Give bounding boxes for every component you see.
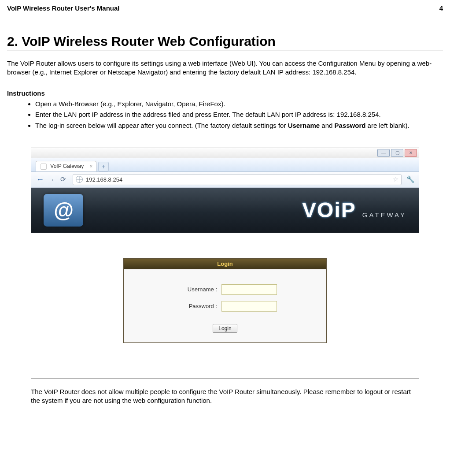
password-label: Password : <box>173 303 217 309</box>
browser-tab-row: VoIP Gateway × + <box>31 158 419 172</box>
settings-wrench-icon[interactable]: 🔧 <box>406 175 415 183</box>
login-zone: Login Username : Password : Login <box>31 233 419 378</box>
tab-close-icon[interactable]: × <box>90 164 92 169</box>
login-body: Username : Password : Login <box>124 269 326 342</box>
login-header: Login <box>124 259 326 269</box>
header-title: VoIP Wireless Router User's Manual <box>7 4 119 12</box>
browser-nav-row: ← → ⟳ 192.168.8.254 ☆ 🔧 <box>31 172 419 188</box>
window-maximize-button[interactable]: ▢ <box>391 149 403 157</box>
username-input[interactable] <box>221 284 277 295</box>
page-content: @ VOiP GATEWAY Login Username : Password… <box>31 188 419 378</box>
login-button[interactable]: Login <box>213 324 237 333</box>
chapter-title: 2. VoIP Wireless Router Web Configuratio… <box>7 34 443 51</box>
browser-tab[interactable]: VoIP Gateway × <box>36 161 96 171</box>
footer-note: The VoIP Router does not allow multiple … <box>31 387 418 405</box>
username-row: Username : <box>173 284 277 295</box>
login-box: Login Username : Password : Login <box>123 258 327 343</box>
password-input[interactable] <box>221 301 277 312</box>
voip-logo-subtext: GATEWAY <box>362 211 406 219</box>
bookmark-star-icon[interactable]: ☆ <box>393 175 398 183</box>
instr3-text: and <box>320 122 334 129</box>
instr3-bold-password: Password <box>335 122 366 129</box>
instruction-item: The log-in screen below will appear afte… <box>35 121 443 130</box>
tab-title: VoIP Gateway <box>50 163 84 169</box>
address-bar[interactable]: 192.168.8.254 ☆ <box>73 174 402 185</box>
page-header: VoIP Wireless Router User's Manual 4 <box>7 4 443 12</box>
window-minimize-button[interactable]: — <box>377 149 390 157</box>
logo-band: @ VOiP GATEWAY <box>31 188 419 233</box>
globe-icon <box>76 176 83 183</box>
instructions-list: Open a Web-Browser (e.g., Explorer, Navi… <box>7 100 443 130</box>
back-button[interactable]: ← <box>35 175 45 184</box>
header-page-number: 4 <box>439 4 443 12</box>
new-tab-button[interactable]: + <box>98 162 109 171</box>
voip-gateway-logo: VOiP GATEWAY <box>302 198 406 222</box>
instruction-item: Enter the LAN port IP address in the add… <box>35 110 443 119</box>
instr3-bold-username: Username <box>288 122 320 129</box>
window-close-button[interactable]: ✕ <box>405 149 417 157</box>
instr3-text: are left blank). <box>365 122 409 129</box>
reload-button[interactable]: ⟳ <box>58 175 68 184</box>
voip-logo-text: VOiP <box>302 198 356 222</box>
instruction-item: Open a Web-Browser (e.g., Explorer, Navi… <box>35 100 443 108</box>
password-row: Password : <box>173 301 277 312</box>
window-title-bar: — ▢ ✕ <box>31 148 419 158</box>
at-sign-logo: @ <box>44 194 83 227</box>
address-text: 192.168.8.254 <box>86 176 122 183</box>
forward-button[interactable]: → <box>46 175 57 184</box>
browser-screenshot: — ▢ ✕ VoIP Gateway × + ← → ⟳ 192.168.8.2… <box>31 148 419 379</box>
username-label: Username : <box>173 286 217 293</box>
intro-paragraph: The VoIP Router allows users to configur… <box>7 59 443 76</box>
tab-favicon <box>41 164 47 170</box>
instr3-text: The log-in screen below will appear afte… <box>35 122 288 129</box>
instructions-heading: Instructions <box>7 89 443 97</box>
